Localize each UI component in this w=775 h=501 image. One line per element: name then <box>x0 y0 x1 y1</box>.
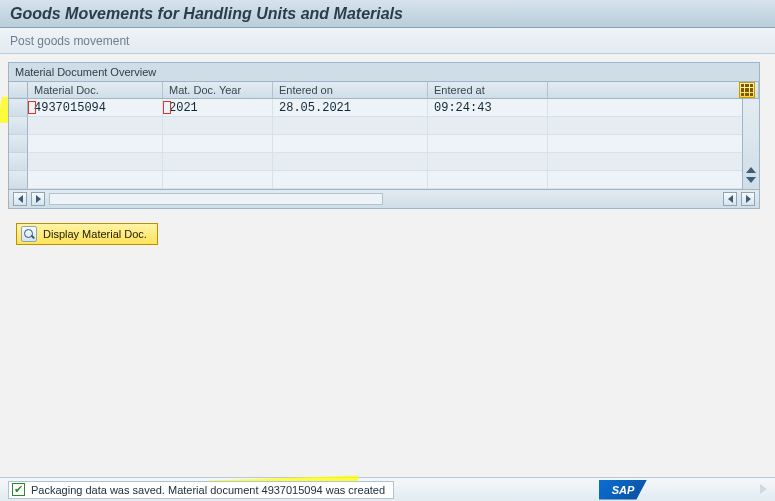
cell-spacer <box>548 99 759 117</box>
table-row[interactable] <box>9 171 759 189</box>
scroll-down-icon[interactable] <box>746 177 756 183</box>
material-doc-table: Material Doc. Mat. Doc. Year Entered on … <box>8 81 760 190</box>
scroll-left-button[interactable] <box>31 192 45 206</box>
scroll-last-button[interactable] <box>741 192 755 206</box>
col-spacer <box>548 82 759 98</box>
scroll-right-button[interactable] <box>723 192 737 206</box>
col-entered-at[interactable]: Entered at <box>428 82 548 98</box>
status-message-pill[interactable]: ✔ Packaging data was saved. Material doc… <box>8 481 394 499</box>
table-row[interactable] <box>9 153 759 171</box>
col-mat-doc-year[interactable]: Mat. Doc. Year <box>163 82 273 98</box>
content-area: Material Document Overview Material Doc.… <box>0 54 775 260</box>
panel-title: Material Document Overview <box>8 62 760 81</box>
vertical-scroll-strip[interactable] <box>742 99 759 189</box>
display-material-doc-button[interactable]: Display Material Doc. <box>16 223 158 245</box>
table-row[interactable] <box>9 117 759 135</box>
sap-logo: SAP <box>599 480 647 500</box>
table-body: 4937015094 2021 28.05.2021 09:24:43 <box>9 99 759 189</box>
row-selector[interactable] <box>9 135 28 153</box>
success-check-icon: ✔ <box>12 483 25 496</box>
cell-material-doc[interactable]: 4937015094 <box>28 99 163 117</box>
magnifier-icon <box>21 226 37 242</box>
row-selector[interactable] <box>9 117 28 135</box>
cell-entered-on: 28.05.2021 <box>273 99 428 117</box>
row-selector[interactable] <box>9 99 28 117</box>
table-settings-icon[interactable] <box>739 82 755 98</box>
table-row[interactable]: 4937015094 2021 28.05.2021 09:24:43 <box>9 99 759 117</box>
table-header-row: Material Doc. Mat. Doc. Year Entered on … <box>9 82 759 99</box>
subheader-text: Post goods movement <box>10 34 129 48</box>
annotation-box <box>28 101 36 114</box>
page-title: Goods Movements for Handling Units and M… <box>10 5 403 23</box>
scroll-track[interactable] <box>49 193 383 205</box>
status-bar: ✔ Packaging data was saved. Material doc… <box>0 477 775 501</box>
row-selector-header <box>9 82 28 98</box>
button-row: Display Material Doc. <box>8 209 775 260</box>
col-entered-on[interactable]: Entered on <box>273 82 428 98</box>
cell-mat-doc-year[interactable]: 2021 <box>163 99 273 117</box>
subheader: Post goods movement <box>0 28 775 54</box>
status-expand-icon[interactable] <box>760 484 767 494</box>
scroll-up-icon[interactable] <box>746 167 756 173</box>
col-material-doc[interactable]: Material Doc. <box>28 82 163 98</box>
row-selector[interactable] <box>9 171 28 189</box>
table-row[interactable] <box>9 135 759 153</box>
scroll-first-button[interactable] <box>13 192 27 206</box>
display-material-doc-label: Display Material Doc. <box>43 228 147 240</box>
status-message-text: Packaging data was saved. Material docum… <box>31 484 385 496</box>
title-bar: Goods Movements for Handling Units and M… <box>0 0 775 28</box>
row-selector[interactable] <box>9 153 28 171</box>
cell-entered-at: 09:24:43 <box>428 99 548 117</box>
horizontal-scrollbar[interactable] <box>8 190 760 209</box>
annotation-box <box>163 101 171 114</box>
